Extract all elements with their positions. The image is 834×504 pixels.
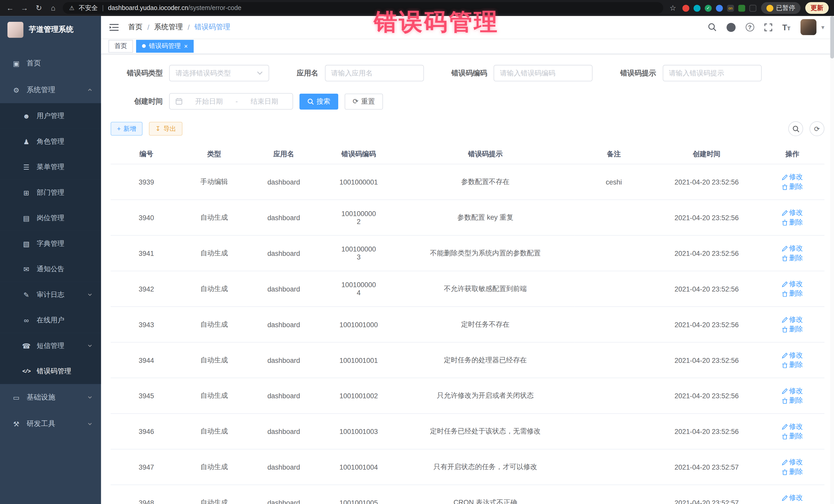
fullscreen-icon[interactable]: [764, 23, 772, 31]
column-header: 创建时间: [653, 145, 760, 164]
extension-red-icon[interactable]: [682, 5, 689, 12]
sidebar-item[interactable]: ⚒ 研发工具: [0, 411, 101, 437]
extensions-puzzle-icon[interactable]: [749, 5, 756, 12]
cell-time: 2021-04-20 23:52:57: [653, 485, 760, 504]
extension-green-check-icon[interactable]: ✓: [705, 5, 711, 12]
user-menu[interactable]: ▼: [800, 19, 826, 35]
column-header: 应用名: [246, 145, 321, 164]
address-bar[interactable]: ⚠ 不安全 | dashboard.yudao.iocoder.cn/syste…: [63, 2, 663, 14]
code-icon: </>: [22, 368, 31, 374]
delete-link[interactable]: 删除: [782, 360, 803, 370]
sidebar-item[interactable]: ✉ 通知公告: [0, 256, 101, 282]
extension-leaf-icon[interactable]: [738, 5, 745, 12]
delete-link[interactable]: 删除: [782, 253, 803, 263]
sidebar-item-label: 系统管理: [27, 85, 87, 95]
refresh-table-button[interactable]: ⟳: [810, 122, 825, 136]
sidebar-item-label: 角色管理: [37, 137, 101, 146]
reload-icon[interactable]: ↻: [34, 4, 44, 12]
sidebar-item[interactable]: ▭ 基础设施: [0, 384, 101, 411]
main-area: 首页/系统管理/错误码管理 ? TT ▼: [101, 16, 834, 504]
edit-icon: [782, 352, 788, 358]
cell-hint: 不允许获取敏感配置到前端: [396, 271, 575, 307]
close-icon[interactable]: ×: [184, 43, 188, 49]
sidebar-item[interactable]: ☎ 短信管理: [0, 333, 101, 358]
date-range-picker[interactable]: 开始日期 - 结束日期: [169, 93, 293, 110]
app-name-input[interactable]: [325, 65, 424, 81]
screen: ← → ↻ ⌂ ⚠ 不安全 | dashboard.yudao.iocoder.…: [0, 0, 834, 504]
edit-link[interactable]: 修改: [782, 208, 803, 217]
sidebar: 芋道管理系统 ▣ 首页 ⚙ 系统管理 ☻ 用户管理 ♟ 角色管理 ☰ 菜单管理 …: [0, 16, 101, 504]
edit-link[interactable]: 修改: [782, 315, 803, 324]
font-size-icon[interactable]: TT: [783, 23, 791, 31]
help-icon[interactable]: ?: [746, 23, 754, 31]
sidebar-item[interactable]: ☰ 菜单管理: [0, 154, 101, 180]
delete-link[interactable]: 删除: [782, 324, 803, 334]
edit-link[interactable]: 修改: [782, 458, 803, 467]
cell-app: dashboard: [246, 449, 321, 485]
home-icon[interactable]: ⌂: [48, 4, 58, 12]
search-button[interactable]: 搜索: [300, 93, 338, 109]
scrollbar-thumb[interactable]: [830, 16, 834, 59]
edit-link[interactable]: 修改: [782, 386, 803, 396]
delete-link[interactable]: 删除: [782, 467, 803, 477]
export-button[interactable]: ↧ 导出: [149, 122, 182, 136]
sidebar-item[interactable]: ⊞ 部门管理: [0, 180, 101, 205]
cell-hint: 只有开启状态的任务，才可以修改: [396, 449, 575, 485]
search-icon[interactable]: [708, 23, 716, 31]
sidebar-item[interactable]: </> 错误码管理: [0, 358, 101, 384]
add-button[interactable]: + 新增: [111, 122, 142, 136]
extension-on-badge-icon[interactable]: on: [727, 5, 734, 12]
sidebar-item[interactable]: ▣ 首页: [0, 50, 101, 77]
chevron-down-icon: [87, 343, 93, 349]
breadcrumb-item[interactable]: 首页: [128, 22, 143, 32]
breadcrumb-item[interactable]: 系统管理: [154, 22, 183, 32]
sidebar-item[interactable]: ▤ 岗位管理: [0, 205, 101, 231]
cell-id: 3945: [111, 378, 182, 414]
sidebar-item[interactable]: ♟ 角色管理: [0, 129, 101, 154]
browser-update-button[interactable]: 更新: [805, 2, 829, 14]
tab[interactable]: 错误码管理 ×: [136, 40, 194, 52]
cell-type: 自动生成: [182, 235, 246, 271]
delete-link[interactable]: 删除: [782, 182, 803, 192]
github-icon[interactable]: [726, 23, 736, 31]
edit-link[interactable]: 修改: [782, 172, 803, 182]
hamburger-icon[interactable]: [110, 23, 118, 31]
page-scrollbar[interactable]: [830, 16, 834, 504]
error-hint-input[interactable]: [663, 65, 762, 81]
forward-icon[interactable]: →: [20, 4, 29, 12]
sidebar-item[interactable]: ▧ 字典管理: [0, 231, 101, 256]
delete-link[interactable]: 删除: [782, 431, 803, 441]
extension-teal-icon[interactable]: [694, 5, 701, 12]
error-code-input[interactable]: [493, 65, 593, 81]
cell-app: dashboard: [246, 485, 321, 504]
sidebar-item[interactable]: ☻ 用户管理: [0, 103, 101, 129]
column-header: 错误码提示: [396, 145, 575, 164]
reset-button[interactable]: ⟳ 重置: [345, 93, 383, 109]
tab[interactable]: 首页: [109, 40, 133, 52]
delete-link[interactable]: 删除: [782, 218, 803, 227]
cell-time: 2021-04-20 23:52:56: [653, 271, 760, 307]
edit-link[interactable]: 修改: [782, 422, 803, 431]
back-icon[interactable]: ←: [5, 4, 15, 12]
edit-link[interactable]: 修改: [782, 279, 803, 289]
gear-icon: ⚙: [12, 86, 21, 94]
delete-link[interactable]: 删除: [782, 396, 803, 405]
edit-link[interactable]: 修改: [782, 351, 803, 360]
delete-link[interactable]: 删除: [782, 289, 803, 298]
app-logo[interactable]: 芋道管理系统: [0, 16, 101, 44]
bookmark-star-icon[interactable]: ☆: [668, 4, 678, 12]
profile-paused-pill[interactable]: 已暂停: [761, 2, 800, 14]
edit-link[interactable]: 修改: [782, 493, 803, 502]
extension-blue-grid-icon[interactable]: [716, 5, 723, 12]
sidebar-item[interactable]: ∞ 在线用户: [0, 307, 101, 333]
delete-link[interactable]: 删除: [782, 503, 803, 504]
sidebar-item[interactable]: ✎ 审计日志: [0, 282, 101, 307]
table-row: 3940 自动生成 dashboard 100100000 2 参数配置 key…: [111, 200, 825, 235]
show-search-button[interactable]: [788, 122, 803, 136]
url-domain: dashboard.yudao.iocoder.cn: [108, 4, 188, 12]
error-type-select[interactable]: 请选择错误码类型: [169, 65, 269, 81]
cell-id: 3939: [111, 164, 182, 200]
column-header: 类型: [182, 145, 246, 164]
edit-link[interactable]: 修改: [782, 243, 803, 253]
sidebar-item[interactable]: ⚙ 系统管理: [0, 76, 101, 103]
